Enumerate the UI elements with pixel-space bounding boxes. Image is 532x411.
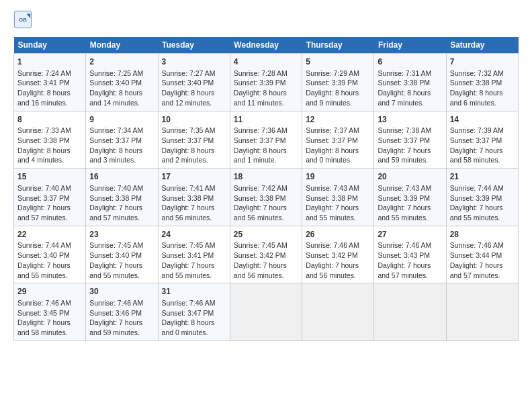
calendar-header-row: SundayMondayTuesdayWednesdayThursdayFrid… — [14, 37, 519, 54]
calendar-table: SundayMondayTuesdayWednesdayThursdayFrid… — [13, 37, 519, 341]
day-info: Sunrise: 7:45 AM — [89, 240, 154, 250]
day-info: Sunrise: 7:39 AM — [450, 126, 515, 136]
day-info: Sunrise: 7:45 AM — [162, 240, 226, 250]
day-number: 12 — [306, 114, 370, 126]
day-info: Daylight: 8 hours and 11 minutes. — [234, 88, 298, 107]
calendar-cell: 13Sunrise: 7:38 AMSunset: 3:37 PMDayligh… — [374, 111, 446, 169]
day-info: Sunset: 3:38 PM — [234, 193, 298, 203]
day-info: Daylight: 7 hours and 59 minutes. — [378, 146, 442, 165]
day-info: Sunset: 3:40 PM — [89, 250, 154, 261]
day-number: 3 — [162, 56, 226, 68]
day-info: Sunrise: 7:36 AM — [234, 126, 298, 136]
svg-text:GB: GB — [19, 17, 27, 23]
day-number: 20 — [378, 171, 442, 183]
day-info: Sunrise: 7:40 AM — [17, 183, 82, 193]
day-number: 17 — [162, 171, 226, 183]
day-info: Daylight: 7 hours and 55 minutes. — [162, 261, 226, 280]
day-info: Sunrise: 7:42 AM — [234, 183, 298, 193]
day-info: Sunset: 3:39 PM — [306, 78, 370, 88]
day-info: Sunset: 3:44 PM — [450, 250, 515, 261]
calendar-cell: 15Sunrise: 7:40 AMSunset: 3:37 PMDayligh… — [14, 169, 86, 226]
calendar-cell: 28Sunrise: 7:46 AMSunset: 3:44 PMDayligh… — [446, 226, 518, 283]
day-info: Sunrise: 7:44 AM — [450, 183, 515, 193]
day-number: 25 — [234, 229, 298, 240]
day-info: Sunrise: 7:44 AM — [17, 240, 82, 250]
day-info: Sunrise: 7:38 AM — [378, 126, 442, 136]
calendar-cell: 27Sunrise: 7:46 AMSunset: 3:43 PMDayligh… — [374, 226, 446, 283]
day-number: 13 — [378, 114, 442, 126]
day-info: Sunrise: 7:41 AM — [162, 183, 226, 193]
page-container: GB SundayMondayTuesdayWednesdayThursdayF… — [0, 0, 532, 348]
day-info: Sunset: 3:38 PM — [89, 193, 154, 203]
day-info: Daylight: 7 hours and 57 minutes. — [450, 261, 515, 280]
day-info: Sunrise: 7:33 AM — [17, 126, 82, 136]
calendar-cell: 31Sunrise: 7:46 AMSunset: 3:47 PMDayligh… — [158, 283, 230, 341]
day-info: Sunset: 3:40 PM — [17, 250, 82, 261]
day-info: Daylight: 7 hours and 58 minutes. — [450, 146, 515, 165]
calendar-cell: 10Sunrise: 7:35 AMSunset: 3:37 PMDayligh… — [158, 111, 230, 169]
day-header-tuesday: Tuesday — [158, 37, 230, 54]
day-info: Sunrise: 7:24 AM — [17, 68, 82, 79]
day-info: Sunset: 3:46 PM — [89, 308, 154, 318]
day-info: Sunrise: 7:46 AM — [450, 240, 515, 250]
day-info: Daylight: 7 hours and 55 minutes. — [306, 203, 370, 222]
day-info: Sunset: 3:37 PM — [162, 136, 226, 146]
day-number: 10 — [162, 114, 226, 126]
day-info: Sunset: 3:39 PM — [450, 193, 515, 203]
day-number: 14 — [450, 114, 515, 126]
day-info: Daylight: 8 hours and 4 minutes. — [17, 146, 82, 165]
day-number: 19 — [306, 171, 370, 183]
day-info: Sunset: 3:38 PM — [450, 78, 515, 88]
day-header-monday: Monday — [86, 37, 158, 54]
calendar-week-row: 22Sunrise: 7:44 AMSunset: 3:40 PMDayligh… — [14, 226, 519, 283]
day-number: 21 — [450, 171, 515, 183]
day-info: Sunrise: 7:25 AM — [89, 68, 154, 79]
day-number: 2 — [89, 56, 154, 68]
day-info: Sunset: 3:39 PM — [378, 193, 442, 203]
day-info: Sunset: 3:40 PM — [162, 78, 226, 88]
day-info: Daylight: 8 hours and 0 minutes. — [162, 318, 226, 337]
day-info: Daylight: 7 hours and 55 minutes. — [89, 261, 154, 280]
calendar-cell: 12Sunrise: 7:37 AMSunset: 3:37 PMDayligh… — [302, 111, 374, 169]
day-info: Daylight: 8 hours and 1 minute. — [234, 146, 298, 165]
calendar-week-row: 8Sunrise: 7:33 AMSunset: 3:38 PMDaylight… — [14, 111, 519, 169]
day-info: Sunrise: 7:46 AM — [306, 240, 370, 250]
day-info: Sunrise: 7:27 AM — [162, 68, 226, 79]
day-number: 15 — [17, 171, 82, 183]
calendar-cell: 23Sunrise: 7:45 AMSunset: 3:40 PMDayligh… — [86, 226, 158, 283]
calendar-cell — [446, 283, 518, 341]
day-number: 18 — [234, 171, 298, 183]
day-info: Sunset: 3:37 PM — [450, 136, 515, 146]
day-info: Sunset: 3:37 PM — [378, 136, 442, 146]
day-info: Sunrise: 7:46 AM — [89, 298, 154, 308]
day-info: Daylight: 8 hours and 3 minutes. — [89, 146, 154, 165]
calendar-week-row: 15Sunrise: 7:40 AMSunset: 3:37 PMDayligh… — [14, 169, 519, 226]
day-number: 1 — [17, 56, 82, 68]
calendar-cell — [302, 283, 374, 341]
day-header-sunday: Sunday — [14, 37, 86, 54]
calendar-cell: 18Sunrise: 7:42 AMSunset: 3:38 PMDayligh… — [230, 169, 302, 226]
calendar-cell: 6Sunrise: 7:31 AMSunset: 3:38 PMDaylight… — [374, 54, 446, 111]
day-info: Daylight: 8 hours and 16 minutes. — [17, 88, 82, 107]
logo-icon: GB — [13, 10, 32, 29]
calendar-week-row: 1Sunrise: 7:24 AMSunset: 3:41 PMDaylight… — [14, 54, 519, 111]
day-info: Daylight: 8 hours and 12 minutes. — [162, 88, 226, 107]
day-info: Sunrise: 7:35 AM — [162, 126, 226, 136]
day-info: Sunset: 3:40 PM — [89, 78, 154, 88]
day-number: 24 — [162, 229, 226, 240]
day-number: 30 — [89, 286, 154, 298]
day-info: Sunset: 3:37 PM — [234, 136, 298, 146]
calendar-cell: 7Sunrise: 7:32 AMSunset: 3:38 PMDaylight… — [446, 54, 518, 111]
day-info: Sunset: 3:45 PM — [17, 308, 82, 318]
day-number: 6 — [378, 56, 442, 68]
day-header-wednesday: Wednesday — [230, 37, 302, 54]
header: GB — [13, 10, 519, 29]
calendar-cell: 21Sunrise: 7:44 AMSunset: 3:39 PMDayligh… — [446, 169, 518, 226]
day-info: Daylight: 7 hours and 55 minutes. — [450, 203, 515, 222]
calendar-cell: 5Sunrise: 7:29 AMSunset: 3:39 PMDaylight… — [302, 54, 374, 111]
day-info: Sunrise: 7:29 AM — [306, 68, 370, 79]
day-info: Sunset: 3:41 PM — [17, 78, 82, 88]
day-info: Daylight: 8 hours and 9 minutes. — [306, 88, 370, 107]
day-number: 4 — [234, 56, 298, 68]
day-info: Sunrise: 7:43 AM — [306, 183, 370, 193]
